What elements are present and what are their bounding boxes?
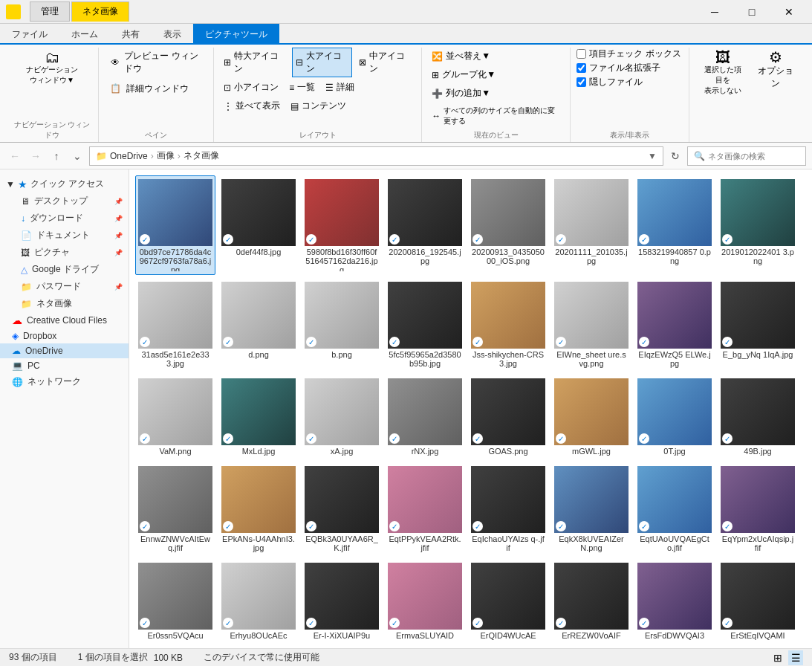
file-item[interactable]: ✓EPkANs-U4AAhnI3.jpg [218, 462, 299, 556]
sidebar-item-download[interactable]: ↓ ダウンロード 📌 [0, 210, 129, 227]
address-down-icon[interactable]: ▼ [648, 151, 657, 161]
file-item[interactable]: ✓1583219940857 0.png [634, 175, 715, 275]
file-item[interactable]: ✓Jss-shikychen-CRS3.jpg [468, 278, 548, 372]
file-item[interactable]: ✓0def44f8.jpg [218, 175, 299, 275]
group-button[interactable]: ⊞ グループ化▼ [428, 66, 499, 83]
detail-button[interactable]: ☰ 詳細 [322, 79, 358, 96]
file-item[interactable]: ✓EIWne_sheet ure.svg.png [551, 278, 631, 372]
desktop-label: デスクトップ [34, 195, 88, 207]
medium-icon-button[interactable]: ⊠ 中アイコン [355, 48, 415, 77]
hide-selected-button[interactable]: 🖼 選択した項目を表示しない [695, 48, 750, 139]
huge-icon-button[interactable]: ⊞ 特大アイコン [220, 48, 289, 77]
file-item[interactable]: ✓ErsFdDWVQAI3 [634, 559, 715, 644]
sidebar-quick-access[interactable]: ▼ ★ クイック アクセス [0, 175, 129, 193]
sort-button[interactable]: 🔀 並べ替え▼ [428, 48, 494, 65]
file-item[interactable]: ✓0bd97ce71786da4c9672cf9763fa78a6.jpg [135, 175, 215, 275]
recent-locations-button[interactable]: ⌄ [68, 147, 86, 165]
sidebar-item-pictures[interactable]: 🖼 ピクチャ 📌 [0, 244, 129, 261]
sidebar-item-onedrive[interactable]: ☁ OneDrive [0, 343, 129, 358]
file-item[interactable]: ✓b.png [302, 278, 382, 372]
sync-check-icon: ✓ [389, 521, 400, 531]
file-item[interactable]: ✓20201111_201035.jpg [551, 175, 631, 275]
sidebar-item-network[interactable]: 🌐 ネットワーク [0, 373, 129, 390]
file-area[interactable]: ✓0bd97ce71786da4c9672cf9763fa78a6.jpg✓0d… [129, 169, 812, 648]
sidebar-item-gdrive[interactable]: △ Google ドライブ [0, 261, 129, 278]
hidden-files-checkbox[interactable] [576, 77, 586, 87]
tab-share[interactable]: 共有 [110, 24, 152, 43]
file-item[interactable]: ✓xA.jpg [302, 375, 382, 459]
file-item[interactable]: ✓31asd5e161e2e333.jpg [135, 278, 215, 372]
back-button[interactable]: ← [6, 147, 24, 165]
search-input[interactable] [708, 152, 799, 161]
address-bar[interactable]: 📁 OneDrive › 画像 › ネタ画像 ▼ [89, 146, 663, 166]
file-item[interactable]: ✓rNX.jpg [385, 375, 465, 459]
sidebar-item-neta[interactable]: 📁 ネタ画像 [0, 295, 129, 312]
file-item[interactable]: ✓EQBk3A0UYAA6R_K.jfif [302, 462, 382, 556]
file-item[interactable]: ✓EIqzEWzQ5 ELWe.jpg [634, 278, 715, 372]
sidebar-item-documents[interactable]: 📄 ドキュメント 📌 [0, 227, 129, 244]
list-view-button[interactable]: ☰ [788, 650, 803, 665]
file-item[interactable]: ✓2019012022401 3.png [718, 175, 798, 275]
file-item[interactable]: ✓5980f8bd16f30ff60f516457162da216.jpg [302, 175, 382, 275]
file-item[interactable]: ✓EqtPPykVEAA2Rtk.jfif [385, 462, 465, 556]
detail-window-button[interactable]: 📋 詳細ウィンドウ [105, 79, 207, 98]
nav-window-button[interactable]: 🗂 ナビゲーションウィンドウ▼ [12, 48, 92, 88]
close-button[interactable]: ✕ [772, 1, 806, 22]
file-item[interactable]: ✓Erhyu8OUcAEc [218, 559, 299, 644]
list-button[interactable]: ≡ 一覧 [285, 79, 319, 96]
grid-view-button[interactable]: ⊞ [770, 650, 785, 665]
sidebar-item-pc[interactable]: 💻 PC [0, 358, 129, 373]
tile-button[interactable]: ⋮ 並べて表示 [220, 97, 284, 114]
search-bar[interactable]: 🔍 [687, 146, 806, 166]
tab-kanri[interactable]: 管理 [30, 1, 70, 22]
file-item[interactable]: ✓Er0ssn5VQAcu [135, 559, 215, 644]
file-item[interactable]: ✓EqkX8kUVEAIZerN.png [551, 462, 631, 556]
file-item[interactable]: ✓ErStEqIVQAMI [718, 559, 798, 644]
options-button[interactable]: ⚙ オプション [752, 48, 800, 139]
tab-neta[interactable]: ネタ画像 [71, 1, 129, 22]
crumb-neta[interactable]: ネタ画像 [183, 149, 219, 162]
file-item[interactable]: ✓EqYpm2xUcAIqsip.jfif [718, 462, 798, 556]
small-icon-button[interactable]: ⊡ 小アイコン [220, 79, 282, 96]
file-item[interactable]: ✓ErmvaSLUYAID [385, 559, 465, 644]
up-button[interactable]: ↑ [48, 147, 65, 165]
file-item[interactable]: ✓Er-I-XiXUAIP9u [302, 559, 382, 644]
maximize-button[interactable]: □ [735, 1, 769, 22]
item-checkbox-input[interactable] [576, 49, 586, 59]
file-item[interactable]: ✓49B.jpg [718, 375, 798, 459]
crumb-images[interactable]: 画像 [157, 149, 175, 162]
refresh-button[interactable]: ↻ [666, 147, 684, 165]
large-icon-button[interactable]: ⊟ 大アイコン [292, 48, 352, 77]
preview-window-button[interactable]: 👁 プレビュー ウィンドウ [105, 48, 207, 77]
minimize-button[interactable]: ─ [698, 1, 732, 22]
file-item[interactable]: ✓ErQID4WUcAE [468, 559, 548, 644]
tab-pictools[interactable]: ピクチャツール [193, 24, 279, 43]
file-item[interactable]: ✓MxLd.jpg [218, 375, 299, 459]
sidebar-item-creative-cloud[interactable]: ☁ Creative Cloud Files [0, 312, 129, 329]
add-column-button[interactable]: ➕ 列の追加▼ [428, 85, 494, 102]
file-item[interactable]: ✓EqtUAoUVQAEgCto.jfif [634, 462, 715, 556]
crumb-onedrive[interactable]: OneDrive [110, 151, 148, 161]
file-item[interactable]: ✓EqIchaoUYAIzs q-.jfif [468, 462, 548, 556]
tab-view[interactable]: 表示 [152, 24, 193, 43]
file-item[interactable]: ✓20200816_192545.jpg [385, 175, 465, 275]
tab-file[interactable]: ファイル [0, 24, 59, 43]
file-item[interactable]: ✓EnnwZNWVcAItEwq.jfif [135, 462, 215, 556]
file-item[interactable]: ✓20200913_043505000_iOS.png [468, 175, 548, 275]
sidebar-item-password[interactable]: 📁 パスワード 📌 [0, 278, 129, 295]
auto-resize-button[interactable]: ↔ すべての列のサイズを自動的に変更する [428, 103, 564, 129]
file-item[interactable]: ✓E_bg_yNq 1IqA.jpg [718, 278, 798, 372]
file-item[interactable]: ✓d.png [218, 278, 299, 372]
file-item[interactable]: ✓VaM.png [135, 375, 215, 459]
file-item[interactable]: ✓GOAS.png [468, 375, 548, 459]
file-item[interactable]: ✓5fc5f95965a2d3580b95b.jpg [385, 278, 465, 372]
content-button[interactable]: ▤ コンテンツ [287, 97, 350, 114]
file-item[interactable]: ✓ErREZW0VoAIF [551, 559, 631, 644]
tab-home[interactable]: ホーム [59, 24, 110, 43]
sidebar-item-desktop[interactable]: 🖥 デスクトップ 📌 [0, 193, 129, 210]
file-item[interactable]: ✓mGWL.jpg [551, 375, 631, 459]
file-item[interactable]: ✓0T.jpg [634, 375, 715, 459]
forward-button[interactable]: → [27, 147, 45, 165]
sidebar-item-dropbox[interactable]: ◈ Dropbox [0, 329, 129, 343]
filename-ext-checkbox[interactable] [576, 63, 586, 73]
